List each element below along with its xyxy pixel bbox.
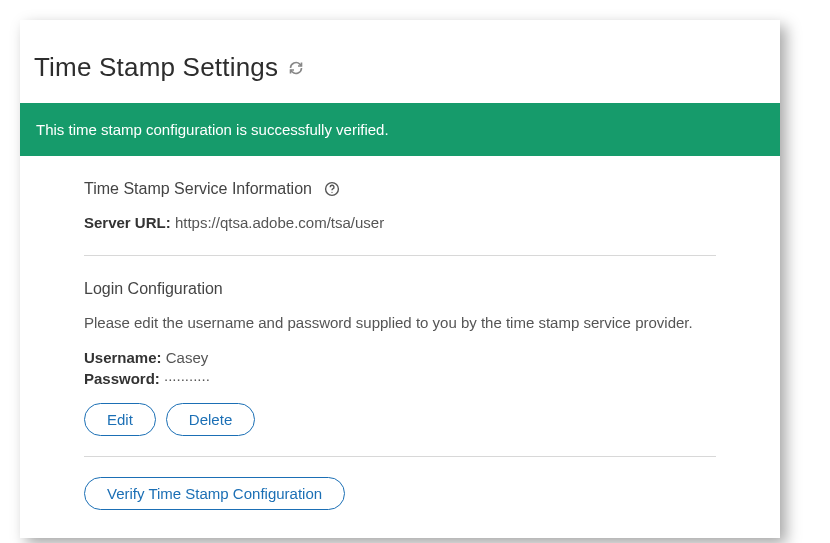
login-config-section: Login Configuration Please edit the user… — [84, 256, 716, 457]
service-info-section: Time Stamp Service Information Server UR… — [84, 156, 716, 256]
login-button-row: Edit Delete — [84, 403, 716, 436]
server-url-row: Server URL: https://qtsa.adobe.com/tsa/u… — [84, 214, 716, 231]
server-url-label: Server URL: — [84, 214, 171, 231]
service-info-title: Time Stamp Service Information — [84, 180, 312, 198]
password-label: Password: — [84, 370, 160, 387]
verify-button[interactable]: Verify Time Stamp Configuration — [84, 477, 345, 510]
alert-message: This time stamp configuration is success… — [36, 121, 389, 138]
service-info-header: Time Stamp Service Information — [84, 180, 716, 198]
svg-point-1 — [331, 192, 332, 193]
password-value: ··········· — [164, 370, 210, 387]
help-icon[interactable] — [324, 181, 340, 197]
page-title: Time Stamp Settings — [34, 52, 278, 83]
settings-panel: Time Stamp Settings This time stamp conf… — [20, 20, 780, 538]
login-config-header: Login Configuration — [84, 280, 716, 298]
server-url-value: https://qtsa.adobe.com/tsa/user — [175, 214, 384, 231]
username-value: Casey — [166, 349, 209, 366]
delete-button[interactable]: Delete — [166, 403, 255, 436]
success-alert: This time stamp configuration is success… — [20, 103, 780, 156]
content-area: Time Stamp Service Information Server UR… — [20, 156, 780, 510]
verify-section: Verify Time Stamp Configuration — [84, 457, 716, 510]
login-config-title: Login Configuration — [84, 280, 223, 298]
panel-header: Time Stamp Settings — [20, 20, 780, 103]
username-row: Username: Casey — [84, 349, 716, 366]
login-config-description: Please edit the username and password su… — [84, 314, 716, 331]
password-row: Password: ··········· — [84, 370, 716, 387]
refresh-icon[interactable] — [288, 60, 304, 76]
edit-button[interactable]: Edit — [84, 403, 156, 436]
username-label: Username: — [84, 349, 162, 366]
